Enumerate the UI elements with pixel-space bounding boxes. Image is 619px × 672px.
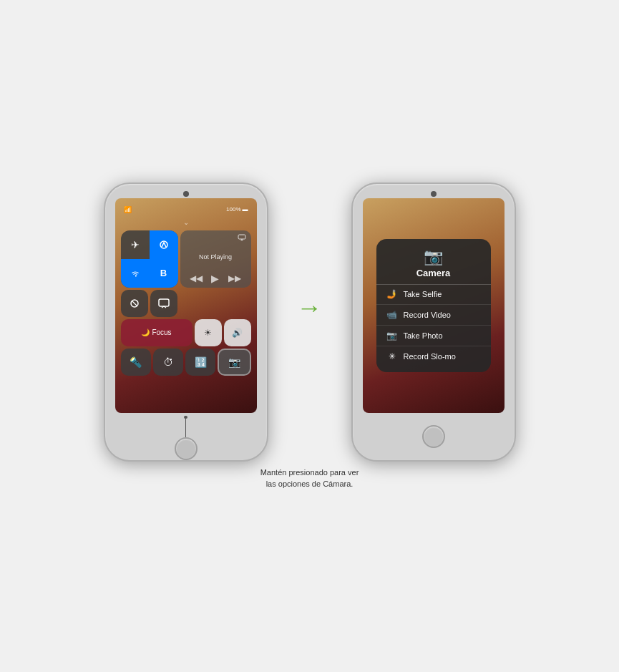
battery-status: 100% ▬ (226, 206, 248, 213)
take-photo-label: Take Photo (404, 331, 443, 340)
front-camera-right (431, 191, 437, 197)
media-top-bar (185, 234, 246, 243)
volume-icon: 🔊 (232, 328, 243, 338)
callout-line2: las opciones de Cámara. (260, 479, 359, 490)
cc-row-1: ✈ (121, 230, 251, 288)
play-button[interactable]: ▶ (211, 273, 219, 284)
record-video-item[interactable]: 📹 Record Video (376, 305, 491, 326)
callout-text-area: Mantén presionado para ver las opciones … (260, 467, 359, 490)
svg-rect-3 (159, 299, 169, 306)
orientation-lock-button[interactable] (121, 290, 148, 317)
take-photo-item[interactable]: 📷 Take Photo (376, 326, 491, 346)
right-screen: 📷 Camera 🤳 Take Selfie 📹 Record Video 📷 … (363, 198, 505, 413)
not-playing-label: Not Playing (185, 243, 246, 271)
airdrop-button[interactable] (150, 230, 178, 259)
take-selfie-item[interactable]: 🤳 Take Selfie (376, 284, 491, 305)
camera-button[interactable]: 📷 (218, 349, 250, 376)
chevron-handle[interactable]: ⌄ (121, 218, 251, 226)
transition-arrow: → (297, 293, 323, 323)
brightness-icon: ☀ (204, 328, 212, 338)
connectivity-block: ✈ (121, 230, 178, 288)
battery-icon: ▬ (243, 206, 248, 213)
screen-mirror-button[interactable] (150, 290, 177, 317)
home-button-area-right (422, 413, 445, 460)
take-photo-icon: 📷 (386, 331, 398, 341)
airplane-mode-button[interactable]: ✈ (121, 230, 150, 259)
record-video-label: Record Video (404, 311, 451, 319)
volume-button[interactable]: 🔊 (224, 319, 251, 346)
wifi-button[interactable] (121, 259, 150, 288)
left-device: 📶 100% ▬ ⌄ ✈ (104, 182, 268, 462)
control-center-grid: ✈ (121, 230, 251, 407)
home-button-right[interactable] (422, 425, 445, 448)
camera-menu-overlay: 📷 Camera 🤳 Take Selfie 📹 Record Video 📷 … (363, 198, 505, 413)
right-device: 📷 Camera 🤳 Take Selfie 📹 Record Video 📷 … (351, 182, 516, 462)
arrow-container: → (297, 293, 323, 323)
camera-menu-icon: 📷 (424, 248, 443, 266)
airplay-icon[interactable] (238, 234, 246, 243)
status-bar: 📶 100% ▬ (121, 204, 251, 215)
focus-label: Focus (152, 328, 171, 336)
flashlight-button[interactable]: 🔦 (121, 349, 151, 376)
timer-button[interactable]: ⏱ (153, 349, 183, 376)
record-slomo-label: Record Slo-mo (404, 352, 456, 361)
front-camera-left (183, 191, 189, 196)
camera-context-menu: 📷 Camera 🤳 Take Selfie 📹 Record Video 📷 … (376, 239, 491, 373)
rewind-button[interactable]: ◀◀ (190, 273, 203, 283)
devices-row: 📶 100% ▬ ⌄ ✈ (104, 182, 516, 462)
take-selfie-label: Take Selfie (404, 290, 442, 298)
record-video-icon: 📹 (386, 310, 398, 320)
timer-icon: ⏱ (163, 356, 173, 368)
home-button-area-left (175, 437, 198, 460)
callout-line1: Mantén presionado para ver (260, 467, 359, 478)
left-screen: 📶 100% ▬ ⌄ ✈ (115, 198, 257, 413)
svg-rect-1 (238, 235, 245, 239)
battery-percent: 100% (226, 206, 240, 213)
take-selfie-icon: 🤳 (386, 289, 398, 299)
media-controls: ◀◀ ▶ ▶▶ (185, 273, 246, 284)
cc-row-4: 🔦 ⏱ 🔢 📷 (121, 349, 251, 376)
media-block: Not Playing ◀◀ ▶ ▶▶ (180, 230, 251, 288)
camera-icon: 📷 (228, 356, 240, 368)
flashlight-icon: 🔦 (130, 356, 142, 368)
focus-button[interactable]: 🌙 Focus (121, 319, 192, 346)
record-slomo-icon: ✳ (386, 351, 398, 361)
calculator-icon: 🔢 (195, 356, 207, 368)
wifi-status: 📶 (124, 206, 132, 213)
focus-icon: 🌙 (141, 328, 150, 336)
record-slomo-item[interactable]: ✳ Record Slo-mo (376, 346, 491, 366)
callout-line-top (185, 419, 186, 437)
cc-row-2 (121, 290, 251, 317)
fast-forward-button[interactable]: ▶▶ (228, 273, 241, 283)
bluetooth-button[interactable]: B (150, 259, 178, 288)
calculator-button[interactable]: 🔢 (185, 349, 215, 376)
brightness-button[interactable]: ☀ (195, 319, 222, 346)
home-button-left[interactable] (175, 437, 198, 460)
camera-menu-title: Camera (416, 268, 451, 278)
cc-row-3: 🌙 Focus ☀ 🔊 (121, 319, 251, 346)
control-center: 📶 100% ▬ ⌄ ✈ (115, 198, 257, 413)
